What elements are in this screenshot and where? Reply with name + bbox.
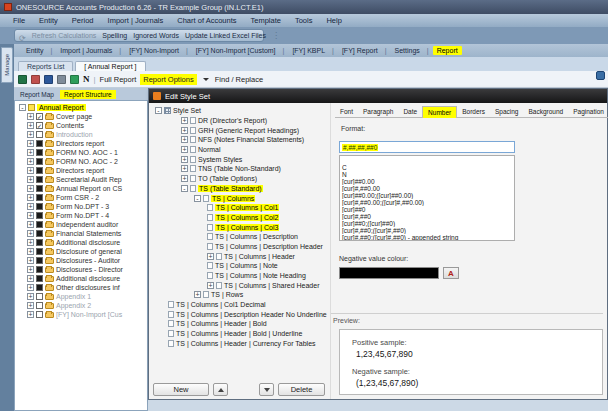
- tree-item-form-no-aoc-2[interactable]: +FORM NO. AOC - 2: [15, 157, 147, 166]
- style-item-ts-columns-col3[interactable]: TS | Columns | Col3: [153, 222, 329, 232]
- expand-toggle-icon[interactable]: +: [194, 291, 201, 298]
- toolbar-update-linked-excel-files[interactable]: Update Linked Excel Files: [185, 32, 266, 39]
- checkbox-icon[interactable]: [36, 248, 43, 255]
- checkbox-icon[interactable]: [36, 230, 43, 237]
- format-option-cur-0-00-cur-0-00[interactable]: [cur]##0.00;([cur]##0.00): [340, 192, 514, 199]
- style-item-nfs-notes-financial-statements[interactable]: +NFS (Notes Financial Statements): [153, 135, 329, 145]
- menu-entity[interactable]: Entity: [32, 16, 65, 25]
- expand-toggle-icon[interactable]: +: [181, 136, 188, 143]
- checkbox-icon[interactable]: [36, 149, 43, 156]
- tree-item-directors-report[interactable]: +Directors report: [15, 139, 147, 148]
- expand-toggle-icon[interactable]: +: [181, 117, 188, 124]
- tree-item-directors-report[interactable]: +Directors report: [15, 166, 147, 175]
- tab-borders[interactable]: Borders: [457, 106, 490, 118]
- format-option-n[interactable]: N: [340, 171, 514, 178]
- checkbox-icon[interactable]: [36, 140, 43, 147]
- style-item-dr-director-s-report[interactable]: +DR (Director's Report): [153, 116, 329, 126]
- menu-template[interactable]: Template: [243, 16, 287, 25]
- checkbox-icon[interactable]: [36, 203, 43, 210]
- tree-item-other-disclosures-inf[interactable]: +Other disclosures inf: [15, 283, 147, 292]
- expand-toggle-icon[interactable]: +: [207, 282, 214, 289]
- tree-item-fy-non-import-cus[interactable]: +[FY] Non-Import [Cus: [15, 310, 147, 319]
- tree-item-introduction[interactable]: +Introduction: [15, 130, 147, 139]
- format-option-cur-0-00-cur-0-00[interactable]: [cur]#,##0.00;([cur]#,##0.00): [340, 199, 514, 206]
- style-item-ts-columns-header-currency-for-tables[interactable]: TS | Columns | Header | Currency For Tab…: [153, 339, 329, 349]
- checkbox-icon[interactable]: [36, 311, 43, 318]
- expand-toggle-icon[interactable]: +: [27, 302, 34, 309]
- full-report-button[interactable]: Full Report: [100, 75, 137, 84]
- delete-button[interactable]: Delete: [278, 383, 325, 396]
- tab-report-structure[interactable]: Report Structure: [60, 90, 116, 99]
- menu-chart-of-accounts[interactable]: Chart of Accounts: [170, 16, 243, 25]
- expand-toggle-icon[interactable]: +: [27, 131, 34, 138]
- style-item-ts-rows[interactable]: +TS | Rows: [153, 290, 329, 300]
- tree-item-disclosures-director[interactable]: +Disclosures - Director: [15, 265, 147, 274]
- format-option-cur-0-cur-0[interactable]: [cur]#,##0;([cur]#,##0): [340, 227, 514, 234]
- expand-toggle-icon[interactable]: -: [155, 107, 162, 114]
- checkbox-icon[interactable]: [36, 212, 43, 219]
- checkbox-icon[interactable]: [36, 266, 43, 273]
- style-item-ts-columns-note[interactable]: TS | Columns | Note: [153, 261, 329, 271]
- tree-item-cover-page[interactable]: +Cover page: [15, 112, 147, 121]
- vertical-dock-tab[interactable]: Manage: [1, 47, 13, 83]
- word-icon[interactable]: [44, 75, 53, 84]
- expand-toggle-icon[interactable]: +: [27, 185, 34, 192]
- format-option-cur-0-cur-0[interactable]: [cur]##0;([cur]##0): [340, 220, 514, 227]
- print-icon[interactable]: [57, 75, 66, 84]
- move-down-button[interactable]: [259, 383, 274, 396]
- corner-icon[interactable]: [596, 71, 605, 80]
- tree-item-disclosure-of-general[interactable]: +Disclosure of general: [15, 247, 147, 256]
- checkbox-icon[interactable]: [36, 302, 43, 309]
- excel-icon[interactable]: [18, 75, 27, 84]
- tree-item-contents[interactable]: +Contents: [15, 121, 147, 130]
- style-item-ts-columns[interactable]: -TS | Columns: [153, 193, 329, 203]
- font-colour-picker-button[interactable]: A: [443, 267, 459, 279]
- checkbox-icon[interactable]: [36, 122, 43, 129]
- checkbox-icon[interactable]: [36, 221, 43, 228]
- expand-toggle-icon[interactable]: -: [19, 104, 26, 111]
- tab-fy-report[interactable]: [FY] Report: [338, 46, 391, 55]
- style-item-ts-columns-col1[interactable]: TS | Columns | Col1: [153, 203, 329, 213]
- style-item-grh-generic-report-headings[interactable]: +GRH (Generic Report Headings): [153, 125, 329, 135]
- negative-colour-swatch[interactable]: [339, 267, 439, 279]
- expand-toggle-icon[interactable]: +: [27, 176, 34, 183]
- style-item-normal[interactable]: +Normal: [153, 145, 329, 155]
- format-option-cur-0[interactable]: [cur]##0: [340, 206, 514, 213]
- tab-paragraph[interactable]: Paragraph: [358, 106, 398, 118]
- tree-item-form-no-aoc-1[interactable]: +FORM NO. AOC - 1: [15, 148, 147, 157]
- checkbox-icon[interactable]: [36, 158, 43, 165]
- checkbox-icon[interactable]: [36, 113, 43, 120]
- style-item-ts-table-standard[interactable]: -TS (Table Standard): [153, 184, 329, 194]
- move-up-button[interactable]: [213, 383, 228, 396]
- report-options-button[interactable]: Report Options: [140, 74, 196, 85]
- style-item-ts-columns-description-header-no-underline[interactable]: TS | Columns | Description Header No Und…: [153, 309, 329, 319]
- format-option-blank[interactable]: [340, 157, 514, 164]
- tree-item-financial-statements[interactable]: +Financial Statements: [15, 229, 147, 238]
- expand-toggle-icon[interactable]: +: [27, 221, 34, 228]
- tab-background[interactable]: Background: [524, 106, 569, 118]
- expand-toggle-icon[interactable]: +: [181, 175, 188, 182]
- checkbox-icon[interactable]: [36, 185, 43, 192]
- tab-fy-non-import[interactable]: [FY] Non-Import: [125, 46, 192, 55]
- tab-settings[interactable]: Settings: [391, 46, 433, 55]
- tree-item-appendix-1[interactable]: +Appendix 1: [15, 292, 147, 301]
- format-option-cur-0[interactable]: [cur]#,##0: [340, 213, 514, 220]
- style-item-ts-columns-note-heading[interactable]: TS | Columns | Note Heading: [153, 271, 329, 281]
- tree-item-independent-auditor[interactable]: +Independent auditor: [15, 220, 147, 229]
- expand-toggle-icon[interactable]: +: [27, 158, 34, 165]
- format-option-c[interactable]: C: [340, 164, 514, 171]
- expand-toggle-icon[interactable]: -: [194, 195, 201, 202]
- checkbox-icon[interactable]: [36, 167, 43, 174]
- style-item-ts-columns-header[interactable]: +TS | Columns | Header: [153, 251, 329, 261]
- menu-help[interactable]: Help: [319, 16, 348, 25]
- table-icon[interactable]: [31, 75, 40, 84]
- style-item-style-set[interactable]: -Style Set: [153, 106, 329, 116]
- style-item-ts-columns-header-bold[interactable]: TS | Columns | Header | Bold: [153, 319, 329, 329]
- style-item-tns-table-non-standard[interactable]: +TNS (Table Non-Standard): [153, 164, 329, 174]
- format-input[interactable]: #,##,##,##0: [339, 141, 515, 153]
- expand-toggle-icon[interactable]: +: [27, 257, 34, 264]
- menu-file[interactable]: File: [6, 16, 32, 25]
- tree-item-secretarial-audit-rep[interactable]: +Secretarial Audit Rep: [15, 175, 147, 184]
- checkbox-icon[interactable]: [36, 239, 43, 246]
- style-item-system-styles[interactable]: +System Styles: [153, 154, 329, 164]
